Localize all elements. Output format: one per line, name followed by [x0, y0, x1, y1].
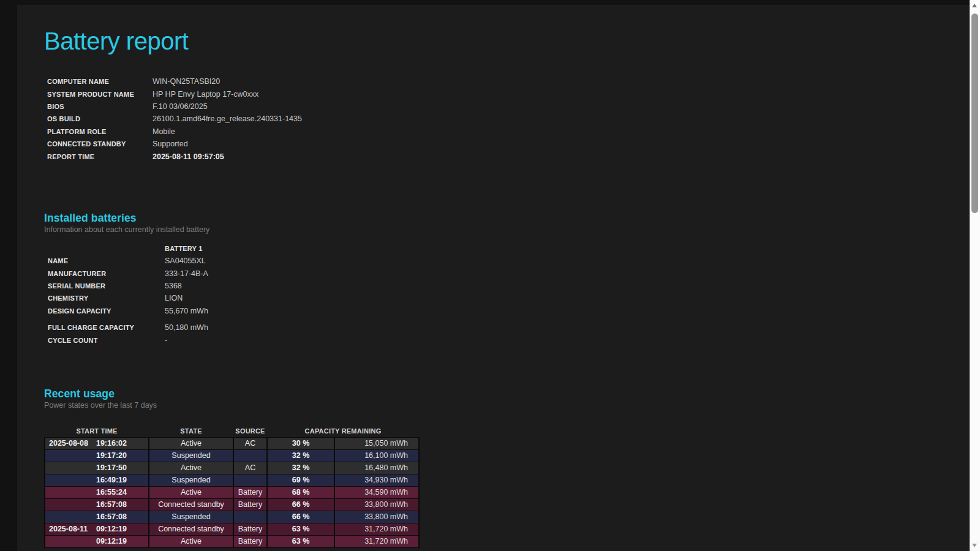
cell-source: AC: [233, 437, 267, 449]
info-label: CYCLE COUNT: [48, 337, 165, 344]
table-row: 16:55:24 Active Battery 68 % 34,590 mWh: [45, 486, 419, 498]
installed-batteries-heading: Installed batteries: [44, 212, 970, 224]
info-label: OS BUILD: [47, 115, 153, 122]
scroll-up-icon[interactable]: [972, 4, 977, 7]
cell-percent: 32 %: [267, 449, 334, 462]
info-label: CHEMISTRY: [48, 294, 165, 302]
info-value: 2025-08-11 09:57:05: [153, 152, 224, 161]
cell-mwh: 33,800 mWh: [334, 498, 419, 511]
info-label: SERIAL NUMBER: [48, 282, 165, 290]
cell-percent: 69 %: [267, 474, 334, 486]
table-row: 16:57:08 Suspended 66 % 33,800 mWh: [45, 511, 419, 523]
scroll-down-icon[interactable]: [972, 544, 977, 547]
info-label: REPORT TIME: [47, 153, 153, 160]
info-value: SA04055XL: [165, 257, 206, 265]
installed-batteries-table: BATTERY 1 NAME SA04055XL MANUFACTURER 33…: [44, 242, 970, 347]
cell-source: Battery: [233, 535, 267, 547]
cell-state: Suspended: [149, 474, 233, 486]
table-row: 16:49:19 Suspended 69 % 34,930 mWh: [45, 474, 419, 486]
cell-percent: 30 %: [267, 437, 334, 449]
table-row: 19:17:50 Active AC 32 % 16,480 mWh: [45, 462, 419, 474]
recent-usage-table: START TIME STATE SOURCE CAPACITY REMAINI…: [44, 425, 420, 548]
usage-header-row: START TIME STATE SOURCE CAPACITY REMAINI…: [45, 425, 419, 438]
system-info-table: COMPUTER NAME WIN-QN25TASBI20 SYSTEM PRO…: [44, 75, 970, 163]
cell-mwh: 15,050 mWh: [334, 437, 419, 449]
info-row-report-time: REPORT TIME 2025-08-11 09:57:05: [44, 150, 970, 162]
battery-row-serial-number: SERIAL NUMBER 5368: [44, 280, 970, 292]
info-value: 50,180 mWh: [165, 323, 208, 332]
cell-state: Active: [149, 462, 233, 474]
col-header-start-time: START TIME: [45, 425, 149, 438]
cell-mwh: 31,720 mWh: [334, 523, 419, 535]
cell-state: Active: [149, 535, 233, 547]
page-title: Battery report: [44, 5, 970, 54]
cell-source: Battery: [233, 486, 267, 498]
cell-source: [233, 474, 267, 486]
cell-state: Suspended: [149, 449, 233, 462]
cell-start-time: 19:17:50: [45, 462, 149, 474]
info-value: WIN-QN25TASBI20: [153, 77, 220, 86]
table-row: 2025-08-0819:16:02 Active AC 30 % 15,050…: [45, 437, 419, 449]
cell-source: AC: [233, 462, 267, 474]
cell-source: Battery: [233, 523, 267, 535]
info-value: 55,670 mWh: [165, 307, 208, 315]
col-header-capacity-remaining: CAPACITY REMAINING: [267, 425, 419, 438]
info-value: 333-17-4B-A: [165, 269, 208, 278]
info-row-bios: BIOS F.10 03/06/2025: [44, 100, 970, 113]
cell-state: Connected standby: [149, 523, 233, 535]
cell-percent: 66 %: [267, 498, 334, 511]
table-row: 09:12:19 Active Battery 63 % 31,720 mWh: [45, 535, 419, 547]
info-row-platform-role: PLATFORM ROLE Mobile: [44, 126, 970, 138]
cell-state: Suspended: [149, 511, 233, 523]
cell-start-time: 16:57:08: [45, 511, 149, 523]
info-value: -: [165, 336, 167, 345]
cell-source: Battery: [233, 498, 267, 511]
scrollbar-thumb[interactable]: [971, 13, 978, 213]
recent-usage-heading: Recent usage: [44, 388, 970, 400]
info-row-os-build: OS BUILD 26100.1.amd64fre.ge_release.240…: [44, 113, 970, 125]
table-row: 19:17:20 Suspended 32 % 16,100 mWh: [45, 449, 419, 462]
info-label: PLATFORM ROLE: [47, 128, 153, 135]
cell-source: [233, 511, 267, 523]
cell-percent: 63 %: [267, 523, 334, 535]
info-label: SYSTEM PRODUCT NAME: [47, 91, 153, 98]
info-label: BIOS: [47, 103, 153, 110]
battery-report-page: Battery report COMPUTER NAME WIN-QN25TAS…: [17, 5, 970, 551]
col-header-source: SOURCE: [233, 425, 267, 438]
cell-percent: 68 %: [267, 486, 334, 498]
cell-state: Active: [149, 486, 233, 498]
table-row: 2025-08-1109:12:19 Connected standby Bat…: [45, 523, 419, 535]
battery-row-design-capacity: DESIGN CAPACITY 55,670 mWh: [44, 305, 970, 317]
cell-mwh: 33,800 mWh: [334, 511, 419, 523]
info-row-connected-standby: CONNECTED STANDBY Supported: [44, 138, 970, 150]
cell-state: Connected standby: [149, 498, 233, 511]
cell-start-time: 16:49:19: [45, 474, 149, 486]
info-label: FULL CHARGE CAPACITY: [48, 324, 165, 331]
cell-start-time: 09:12:19: [45, 535, 149, 547]
battery-row-chemistry: CHEMISTRY LION: [44, 292, 970, 304]
cell-start-time: 2025-08-1109:12:19: [45, 523, 149, 535]
cell-mwh: 34,930 mWh: [334, 474, 419, 486]
cell-start-time: 19:17:20: [45, 449, 149, 462]
info-value: 5368: [165, 282, 182, 290]
battery-row-full-charge-capacity: FULL CHARGE CAPACITY 50,180 mWh: [44, 321, 970, 334]
installed-batteries-subtitle: Information about each currently install…: [44, 225, 970, 234]
vertical-scrollbar[interactable]: [970, 0, 980, 551]
info-value: LION: [165, 294, 183, 302]
cell-percent: 32 %: [267, 462, 334, 474]
info-label: NAME: [48, 257, 165, 264]
cell-start-time: 2025-08-0819:16:02: [45, 437, 149, 449]
info-value: HP HP Envy Laptop 17-cw0xxx: [153, 90, 258, 99]
info-label: COMPUTER NAME: [47, 78, 153, 85]
battery-row-manufacturer: MANUFACTURER 333-17-4B-A: [44, 268, 970, 280]
cell-mwh: 16,480 mWh: [334, 462, 419, 474]
info-value: Supported: [153, 140, 188, 148]
info-row-computer-name: COMPUTER NAME WIN-QN25TASBI20: [44, 75, 970, 88]
battery-row-cycle-count: CYCLE COUNT -: [44, 334, 970, 346]
cell-percent: 66 %: [267, 511, 334, 523]
cell-percent: 63 %: [267, 535, 334, 547]
col-header-state: STATE: [149, 425, 233, 438]
cell-start-time: 16:55:24: [45, 486, 149, 498]
cell-mwh: 34,590 mWh: [334, 486, 419, 498]
info-label: CONNECTED STANDBY: [47, 140, 153, 148]
